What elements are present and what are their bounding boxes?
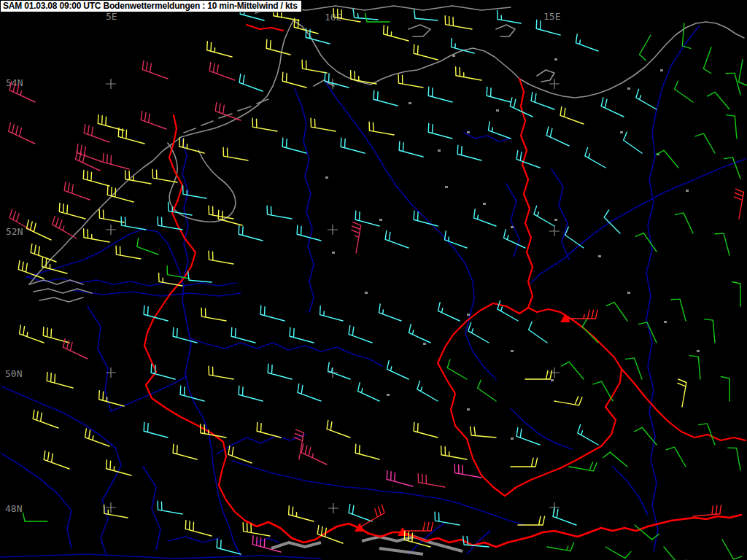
wind-barb-crimson	[84, 124, 109, 142]
wind-barb-yellow	[201, 424, 226, 438]
wind-barb-crimson	[418, 474, 445, 487]
wind-barb-yellow	[107, 460, 131, 475]
border-oder	[519, 79, 537, 312]
rivers-swiss	[168, 537, 279, 542]
grid-cross	[549, 226, 560, 236]
wind-barb-cyan	[328, 362, 351, 379]
wind-barb-yellow	[84, 229, 109, 242]
wind-barb-yellow	[107, 186, 133, 202]
wind-barb-cyan	[385, 231, 409, 249]
river-neckar	[217, 435, 305, 454]
grid-label: 48N	[5, 503, 22, 514]
wind-barb-yellow	[678, 379, 686, 407]
coast-ijsselmeer	[168, 143, 236, 222]
grid-label: 15E	[543, 11, 560, 22]
wind-barb-green	[657, 150, 679, 168]
wind-barb-cyan	[438, 303, 460, 321]
wind-barb-cyan	[158, 501, 182, 514]
wind-barb-yellow	[185, 520, 212, 536]
border-denmark	[247, 25, 283, 31]
wind-barb-cyan	[260, 306, 285, 321]
wind-barb-cyan	[239, 74, 263, 92]
wind-barb-crimson	[64, 182, 90, 200]
wind-barb-yellow	[43, 327, 69, 343]
wind-barb-yellow	[99, 391, 124, 406]
wind-barb-cyan	[498, 10, 521, 23]
wind-barb-red	[361, 505, 384, 526]
wind-barb-yellow	[47, 372, 73, 388]
wind-barb-yellow	[118, 128, 144, 144]
station-triangles	[355, 314, 570, 536]
wind-barb-red	[404, 522, 433, 531]
grid-cross	[328, 503, 338, 513]
grid-cross	[106, 502, 116, 513]
wind-barb-cyan	[144, 422, 168, 438]
wind-barb-cyan	[553, 508, 576, 526]
wind-barb-green	[606, 303, 627, 321]
wind-barb-green	[447, 359, 467, 379]
wind-barb-cyan	[358, 383, 380, 401]
wind-barb-crimson	[142, 61, 168, 79]
wind-barb-green	[603, 452, 627, 467]
wind-barb-cyan	[267, 206, 292, 219]
wind-barb-green	[137, 238, 158, 255]
wind-barb-yellow	[302, 60, 327, 73]
wind-barb-yellow	[355, 444, 379, 459]
river-delta	[26, 277, 241, 296]
wind-barb-cyan	[487, 87, 511, 102]
wind-barb-cyan	[585, 147, 605, 168]
wind-barb-crimson	[77, 144, 102, 162]
river-danube	[232, 461, 525, 525]
wind-barb-yellow	[173, 444, 197, 459]
wind-barb-green	[715, 233, 729, 255]
wind-barb-green	[547, 543, 574, 551]
wind-barb-green	[724, 158, 741, 179]
wind-barb-cyan	[531, 92, 554, 109]
wind-barb-green	[365, 13, 390, 22]
wind-barb-cyan	[435, 512, 460, 525]
wind-barb-yellow	[209, 366, 233, 379]
wind-barb-yellow	[441, 446, 467, 459]
wind-barb-yellow	[179, 138, 204, 153]
wind-barb-cyan	[349, 505, 372, 522]
wind-barb-yellow	[98, 114, 124, 131]
grid-cross	[106, 225, 116, 235]
river-vistula	[646, 26, 699, 551]
coast-german-bight	[181, 20, 371, 137]
river-rhine	[26, 229, 241, 556]
wind-barb-yellow	[116, 246, 141, 259]
wind-barb-cyan	[445, 231, 468, 248]
wind-barb-crimson	[9, 122, 35, 144]
wind-barb-yellow	[471, 427, 496, 438]
wind-barb-green	[739, 60, 747, 85]
wind-barb-yellow	[554, 397, 582, 405]
wind-barb-green	[569, 462, 597, 471]
wind-barb-cyan	[578, 424, 598, 445]
wind-barb-green	[605, 547, 631, 559]
coastline-layer	[29, 6, 744, 302]
wind-barb-yellow	[33, 410, 58, 428]
wind-barb-cyan	[297, 225, 321, 241]
wind-barb-cyan	[231, 327, 255, 343]
wind-barb-cyan	[290, 327, 314, 343]
grid-label: 5E	[106, 11, 117, 22]
wind-barb-yellow	[414, 422, 438, 438]
wind-barb-cyan	[173, 327, 197, 343]
grid-cross	[328, 225, 338, 235]
wind-barb-cyan	[121, 217, 146, 230]
wind-barb-cyan	[320, 306, 343, 321]
wind-barb-cyan	[546, 127, 569, 146]
wind-barb-crimson	[209, 62, 235, 80]
wind-barb-yellow	[327, 421, 350, 438]
wind-barb-cyan	[217, 539, 241, 554]
wind-barb-yellow	[289, 506, 314, 521]
grid-cross	[549, 79, 560, 89]
wind-barb-green	[675, 213, 693, 233]
wind-barb-cyan	[428, 123, 452, 139]
wind-barb-crimson	[301, 444, 327, 464]
coast-danish-islands	[255, 6, 554, 82]
wind-barb-cyan	[282, 138, 306, 153]
wind-barb-yellow	[351, 71, 376, 84]
wind-barb-green	[640, 35, 651, 61]
wind-barb-cyan	[341, 138, 365, 153]
